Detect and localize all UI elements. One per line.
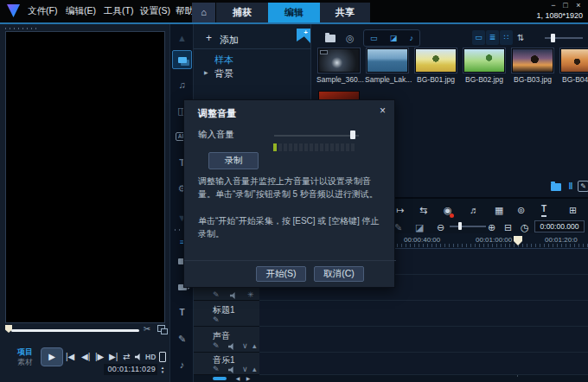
thumb-bg-b04[interactable]: BG-B04.jpg [559,48,588,84]
view-list-button[interactable]: ≣ [486,30,499,45]
scroll-right-button[interactable]: ▶ [244,374,252,382]
music-track-header[interactable]: 音乐1 ✎ ∨ ▴ [194,353,259,375]
add-folder-label[interactable]: 添加 [220,34,239,47]
dialog-close-button[interactable]: × [380,105,386,117]
track-star-icon[interactable]: ✳ [247,290,254,299]
fade-in-icon[interactable]: ▴ [252,341,257,350]
multicam-button[interactable]: ▦ [495,203,503,217]
view-filmstrip-button[interactable]: ▭ [472,30,485,45]
nav-audio[interactable]: ♫ [170,76,194,93]
library-panel-toggle[interactable] [550,181,562,192]
motion-tracking-button[interactable]: ⊚ [517,203,525,217]
time-remap-button[interactable]: ⇆ [419,203,427,217]
record-capture-button[interactable]: ◉ [444,203,452,217]
timeline-hscrollbar[interactable] [213,377,227,380]
next-frame-button[interactable]: |▶ [95,350,104,364]
mask-tool-button[interactable]: ◪ [415,220,424,234]
fade-out-icon[interactable]: ∨ [242,341,248,350]
timecode-spinner[interactable]: ▴ ▾ [159,364,166,375]
split-screen-button[interactable]: ⊞ [569,203,577,217]
mode-clip[interactable]: 素材 [17,358,33,366]
ripple-edit-icon[interactable]: ✎ [213,290,220,299]
music-track-button[interactable]: ♪ [170,356,194,373]
start-button[interactable]: 开始(S) [256,266,306,282]
track-speaker-icon[interactable] [228,366,236,373]
music-track-lane[interactable] [259,353,588,375]
go-end-button[interactable]: ▶| [109,350,118,364]
go-start-button[interactable]: |◀ [66,350,74,364]
home-button[interactable]: ⌂ [192,3,215,22]
thumb-bg-b03[interactable]: BG-B03.jpg [510,48,555,84]
thumb-sample-lake[interactable]: Sample_Lak... [365,48,410,84]
scroll-left-button[interactable]: ◀ [233,374,242,382]
track-speaker-icon[interactable] [230,292,238,299]
track-speaker-icon[interactable] [228,343,236,350]
edit-media-button[interactable]: ✎ [578,181,588,192]
menu-edit[interactable]: 编辑(E) [62,0,99,22]
repeat-button[interactable]: ⇄ [123,350,130,364]
trim-scissors-button[interactable]: ✂ [142,324,152,334]
menu-settings[interactable]: 设置(S) [137,0,174,22]
title-track-lane[interactable] [259,301,588,327]
scrubber-bar[interactable] [11,329,139,332]
hd-toggle[interactable]: HD [145,350,156,364]
sound-mixer-button[interactable]: ♬ [470,203,479,217]
filter-photo-icon[interactable]: ◪ [390,34,398,42]
options-button[interactable]: ◎ [346,30,355,46]
folder-item-sample[interactable]: 样本 [214,54,233,67]
title-track-button[interactable]: T [170,304,194,322]
tab-capture[interactable]: 捕获 [216,3,268,22]
folder-expand-icon[interactable]: ▶ [204,69,208,75]
voice-track-lane[interactable] [259,327,588,353]
nav-media[interactable] [172,50,192,69]
title-track-header[interactable]: 标题1 ✎ [194,301,259,327]
ripple-edit-icon[interactable]: ✎ [213,365,220,373]
thumb-bg-b01[interactable]: BG-B01.jpg [413,48,458,84]
fade-in-icon[interactable]: ▴ [252,365,257,373]
record-button[interactable]: 录制 [208,152,259,169]
mode-project[interactable]: 项目 [17,347,33,356]
pause-view-toggle[interactable]: ‖ [566,181,576,192]
input-volume-slider[interactable] [274,135,359,137]
voice-track-button[interactable]: ✎ [170,330,194,347]
volume-button[interactable] [135,350,143,364]
tab-share[interactable]: 共享 [320,3,370,22]
add-folder-button[interactable]: + [206,32,212,44]
maximize-button[interactable]: □ [560,1,571,10]
ripple-edit-icon[interactable]: ✎ [213,341,220,350]
duration-button[interactable]: ◷ [521,220,529,234]
thumb-bg-b02[interactable]: BG-B02.jpg [462,48,507,84]
thumb-sample-360[interactable]: Sample_360... [316,48,361,84]
enlarge-preview-button[interactable] [157,325,165,332]
thumb-size-slider-handle[interactable] [551,34,555,42]
zoom-out-button[interactable]: ⊖ [437,220,444,234]
preview-timecode[interactable]: 00:01:11:029 [104,364,157,375]
fit-timeline-button[interactable]: ⊟ [504,220,512,234]
prev-frame-button[interactable]: ◀| [81,350,90,364]
zoom-in-button[interactable]: ⊕ [488,220,495,234]
import-media-button[interactable] [325,30,336,46]
razor-tool-button[interactable]: ↦ [396,203,404,217]
view-thumbnail-button[interactable]: ∷ [500,30,513,45]
timeline-zoom-slider[interactable] [450,226,486,227]
menu-tools[interactable]: 工具(T) [100,0,137,22]
close-button[interactable]: × [573,1,584,10]
minimize-button[interactable]: − [548,1,559,10]
tab-edit[interactable]: 编辑 [268,3,320,22]
device-preview-button[interactable] [159,350,166,364]
nav-scroll-up[interactable]: ▲ [170,29,194,47]
draw-tool-button[interactable]: ✎ [394,220,402,234]
panel-drag-handle[interactable] [3,27,38,30]
filter-video-icon[interactable]: ▭ [370,34,378,42]
voice-track-header[interactable]: 声音 ✎ ∨ ▴ [194,327,259,353]
cancel-button[interactable]: 取消(C) [314,266,364,282]
menu-file[interactable]: 文件(F) [24,0,61,22]
input-volume-handle[interactable] [350,131,355,139]
filter-audio-icon[interactable]: ♪ [409,34,413,42]
fade-out-icon[interactable]: ∨ [242,365,248,373]
folder-item-background[interactable]: 背景 [214,67,233,80]
ripple-edit-icon[interactable]: ✎ [213,315,220,324]
timeline-zoom-handle[interactable] [458,222,462,230]
play-button[interactable]: ▶ [41,347,63,366]
sort-button[interactable]: ⇅ [517,30,524,46]
